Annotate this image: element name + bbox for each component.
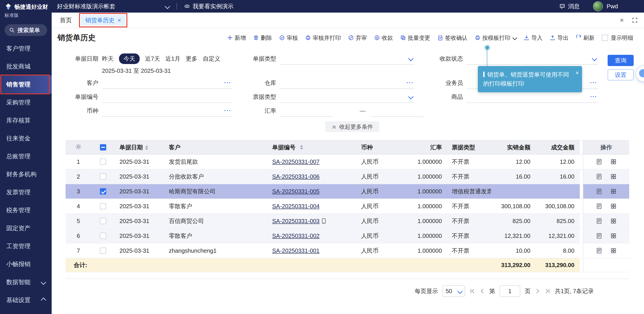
table-row[interactable]: 5 2025-03-31 百信商贸公司 SA-20250331-003 人民币 … <box>66 214 629 229</box>
preview-doc-icon[interactable] <box>596 188 602 194</box>
currency-input[interactable]: ··· <box>102 105 232 117</box>
sort-icon[interactable] <box>145 146 148 150</box>
ellipsis-picker-icon[interactable]: ··· <box>406 79 414 86</box>
header-date[interactable]: 单据日期 <box>115 144 164 152</box>
doc-no-link[interactable]: SA-20250331-006 <box>272 173 320 180</box>
sidebar-item-customer-mgmt[interactable]: 客户管理 <box>0 40 52 58</box>
preview-doc-icon[interactable] <box>596 158 602 165</box>
quick-more[interactable]: 更多 <box>186 55 198 63</box>
doc-no-link[interactable]: SA-20250331-004 <box>272 203 320 210</box>
related-docs-grid-icon[interactable] <box>610 233 616 239</box>
sidebar-item-basic-settings[interactable]: 基础设置 <box>0 291 52 309</box>
ellipsis-picker-icon[interactable]: ··· <box>224 79 232 86</box>
sort-icon[interactable] <box>300 145 303 150</box>
show-detail-checkbox[interactable]: 显示明细 <box>602 34 633 42</box>
template-print-button[interactable]: 按模板打印 <box>475 34 516 42</box>
first-page-icon[interactable] <box>470 288 475 294</box>
related-docs-grid-icon[interactable] <box>610 203 616 209</box>
batch-change-button[interactable]: 批量变更 <box>400 34 430 42</box>
new-button[interactable]: 新增 <box>227 34 246 42</box>
sidebar-search[interactable]: 搜索菜单 <box>4 24 47 36</box>
page-number-input[interactable] <box>500 285 520 297</box>
warehouse-input[interactable]: ··· <box>280 77 414 89</box>
row-checkbox[interactable] <box>91 233 115 239</box>
import-button[interactable]: 导入 <box>524 34 542 42</box>
preview-doc-icon[interactable] <box>596 218 602 224</box>
audit-print-button[interactable]: 审核并打印 <box>305 34 341 42</box>
quick-last-month[interactable]: 近1月 <box>165 55 180 63</box>
sidebar-item-xiaochang-expense[interactable]: 小畅报销 <box>0 255 52 273</box>
related-docs-grid-icon[interactable] <box>610 188 616 194</box>
collapse-more-conditions-button[interactable]: 收起更多条件 <box>325 121 379 132</box>
sidebar-item-receivable-funds[interactable]: 往来资金 <box>0 129 52 147</box>
preview-doc-icon[interactable] <box>596 203 602 209</box>
ellipsis-picker-icon[interactable]: ··· <box>590 79 598 86</box>
next-page-icon[interactable] <box>535 288 540 294</box>
doc-type-select[interactable] <box>280 52 414 65</box>
row-checkbox[interactable] <box>91 203 115 209</box>
row-checkbox[interactable] <box>91 248 115 254</box>
sidebar-item-fixed-assets[interactable]: 固定资产 <box>0 219 52 237</box>
account-set-selector[interactable]: 好业财标准版演示帐套 <box>57 2 169 10</box>
doc-no-link[interactable]: SA-20250331-005 <box>272 188 320 195</box>
related-docs-grid-icon[interactable] <box>610 248 616 254</box>
rate-to-input[interactable] <box>371 105 424 117</box>
quick-yesterday[interactable]: 昨天 <box>102 55 114 63</box>
ellipsis-picker-icon[interactable]: ··· <box>224 107 232 114</box>
refresh-button[interactable]: 刷新 <box>576 34 594 42</box>
close-all-tabs-icon[interactable]: × <box>620 16 624 24</box>
sign-confirm-button[interactable]: 签收确认 <box>438 34 468 42</box>
query-button[interactable]: 查询 <box>608 55 634 66</box>
ellipsis-picker-icon[interactable]: ··· <box>590 93 598 100</box>
preview-doc-icon[interactable] <box>596 233 602 239</box>
export-button[interactable]: 导出 <box>550 34 568 42</box>
sidebar-item-basic-info[interactable]: 基础信息 <box>0 309 52 314</box>
tooltip-close-icon[interactable]: × <box>576 68 579 77</box>
table-row[interactable]: 2 2025-03-31 分批收款客户 SA-20250331-006 人民币 … <box>66 169 629 184</box>
table-row[interactable]: 4 2025-03-31 零散客户 SA-20250331-004 人民币 1.… <box>66 199 629 214</box>
messages-button[interactable]: 消息 <box>559 2 580 10</box>
related-docs-grid-icon[interactable] <box>610 158 616 165</box>
gear-icon[interactable] <box>75 144 82 150</box>
product-input[interactable]: ··· <box>466 91 598 103</box>
sidebar-item-wholesale-mall[interactable]: 批发商城 <box>0 58 52 76</box>
header-doc-no[interactable]: 单据编号 <box>268 144 356 152</box>
related-docs-grid-icon[interactable] <box>610 174 616 180</box>
settings-button[interactable]: 设置 <box>608 69 634 80</box>
tab-close-icon[interactable]: × <box>118 17 121 24</box>
quick-last7days[interactable]: 近7天 <box>145 55 160 63</box>
sidebar-item-inventory-accounting[interactable]: 库存核算 <box>0 112 52 129</box>
table-row-selected[interactable]: 3 2025-03-31 哈斯商贸有限公司 SA-20250331-005 人民… <box>66 184 629 199</box>
audit-button[interactable]: 审核 <box>279 34 298 42</box>
per-page-select[interactable]: 50 <box>442 285 465 297</box>
sidebar-item-tax-mgmt[interactable]: 税务管理 <box>0 201 52 219</box>
table-row[interactable]: 7 2025-03-31 zhangshuncheng1 SA-20250331… <box>66 244 629 258</box>
tab-sales-history[interactable]: 销货单历史 × <box>81 15 126 26</box>
invoice-type-select[interactable] <box>280 91 414 103</box>
sidebar-item-general-ledger[interactable]: 总账管理 <box>0 147 52 165</box>
row-checkbox[interactable] <box>91 188 115 194</box>
sidebar-item-invoice-mgmt[interactable]: 发票管理 <box>0 183 52 201</box>
select-all-checkbox[interactable] <box>91 144 115 150</box>
customer-input[interactable]: ··· <box>102 77 232 89</box>
preview-doc-icon[interactable] <box>596 174 602 180</box>
related-docs-grid-icon[interactable] <box>610 218 616 224</box>
row-checkbox[interactable] <box>91 158 115 165</box>
doc-no-link[interactable]: SA-20250331-003 <box>272 218 320 224</box>
doc-no-link[interactable]: SA-20250331-002 <box>272 232 320 240</box>
rate-from-input[interactable] <box>280 105 333 117</box>
sidebar-item-sales-mgmt[interactable]: 销售管理 <box>0 76 52 94</box>
delete-button[interactable]: 删除 <box>253 34 272 42</box>
payment-status-select[interactable] <box>466 52 598 65</box>
doc-no-input[interactable] <box>102 91 232 103</box>
row-checkbox[interactable] <box>91 174 115 180</box>
avatar[interactable] <box>593 1 603 11</box>
sidebar-item-purchase-mgmt[interactable]: 采购管理 <box>0 94 52 112</box>
fullscreen-icon[interactable] <box>632 17 638 23</box>
quick-today[interactable]: 今天 <box>119 54 140 64</box>
prev-page-icon[interactable] <box>480 288 485 294</box>
sidebar-item-finance-multi-org[interactable]: 财务多机构 <box>0 165 52 183</box>
table-row[interactable]: 6 2025-03-31 零散客户 SA-20250331-002 人民币 1.… <box>66 229 629 244</box>
row-checkbox[interactable] <box>91 218 115 224</box>
doc-no-link[interactable]: SA-20250331-001 <box>272 247 320 254</box>
